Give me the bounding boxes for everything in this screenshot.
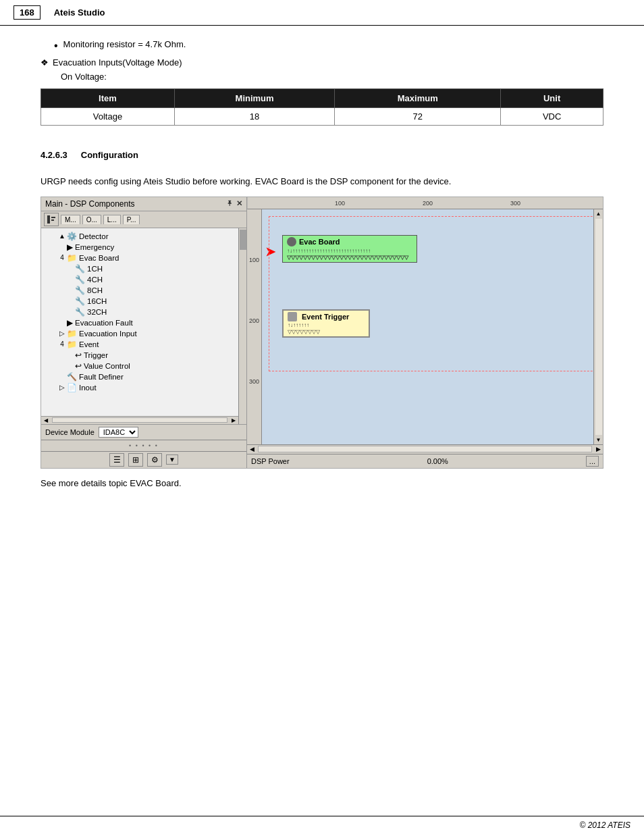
scroll-track-v xyxy=(595,219,602,435)
tree-label-8ch: 8CH xyxy=(87,286,103,294)
toolbar-icon-1[interactable] xyxy=(44,213,59,226)
icon-1ch: 🔧 xyxy=(75,264,85,273)
tree-item-trigger[interactable]: ↩ Trigger xyxy=(65,350,245,361)
dsp-power-button[interactable]: ... xyxy=(586,456,599,467)
icon-16ch: 🔧 xyxy=(75,296,85,306)
cell-maximum: 72 xyxy=(335,108,501,126)
panel-toolbar: M... O... L... P... xyxy=(41,211,246,228)
page-number: 168 xyxy=(14,5,41,20)
col-header-item: Item xyxy=(41,89,175,108)
tree-label-trigger: Trigger xyxy=(84,351,108,359)
tree-item-16ch[interactable]: 🔧 16CH xyxy=(65,296,245,307)
evac-input-icon: 📁 xyxy=(67,329,77,338)
icon-4ch: 🔧 xyxy=(75,275,85,284)
config-paragraph: URGP needs config using Ateis Studio bef… xyxy=(41,175,603,188)
icon-list[interactable]: ☰ xyxy=(109,453,124,467)
evac-board-label: Evac Board xyxy=(299,238,340,246)
col-header-unit: Unit xyxy=(501,89,603,108)
tree-label-evac-input: Evacuation Input xyxy=(79,330,137,338)
bullet-dot: • xyxy=(54,39,58,52)
inout-icon: 📄 xyxy=(67,383,77,392)
event-trigger-label: Event Trigger xyxy=(302,313,349,321)
event-icon: 📁 xyxy=(67,340,77,349)
scroll-left-arrow[interactable]: ◀ xyxy=(41,417,51,423)
red-arrow: ➤ xyxy=(265,244,275,259)
dots-indicator: • • • • • xyxy=(129,442,159,449)
svg-rect-2 xyxy=(51,219,54,221)
scroll-down-arrow[interactable]: ▼ xyxy=(595,436,603,444)
tree-label-event: Event xyxy=(79,340,99,348)
scrollbar-thumb xyxy=(240,230,246,250)
tab-p[interactable]: P... xyxy=(123,215,140,224)
tree-scrollbar-h[interactable]: ◀ ▶ xyxy=(41,416,238,424)
tree-label-emergency: Emergency xyxy=(75,243,114,251)
bottom-icon-bar: ☰ ⊞ ⚙ ▼ xyxy=(41,451,246,468)
scroll-right-arrow[interactable]: ▶ xyxy=(229,417,238,423)
icon-dropdown[interactable]: ▼ xyxy=(166,454,178,465)
tree-scrollbar-v[interactable] xyxy=(238,228,246,424)
svg-rect-0 xyxy=(47,215,50,224)
see-more-label: See more details topic EVAC Board. xyxy=(41,477,603,490)
canvas-drawing[interactable]: ➤ Evac Board ↑↓↑↑↑↑↑↑↑↑↑↑↑↑↑↑↑↑↑↑↑↑↑↑↑↑↑… xyxy=(262,209,593,444)
tab-l[interactable]: L... xyxy=(103,215,121,224)
evac-board-component[interactable]: Evac Board ↑↓↑↑↑↑↑↑↑↑↑↑↑↑↑↑↑↑↑↑↑↑↑↑↑↑↑↑↑… xyxy=(282,235,417,263)
device-module-select[interactable]: IDA8C xyxy=(99,427,138,438)
event-trigger-icon xyxy=(288,312,297,321)
col-header-maximum: Maximum xyxy=(335,89,501,108)
tree-label-value-control: Value Control xyxy=(84,362,130,370)
scroll-right-canvas[interactable]: ▶ xyxy=(593,444,603,454)
v-ruler-200: 200 xyxy=(249,317,259,324)
tree-item-evac-board[interactable]: 4 📁 Evac Board xyxy=(57,253,245,263)
tree-item-32ch[interactable]: 🔧 32CH xyxy=(65,307,245,317)
tree-item-evac-input[interactable]: ▷ 📁 Evacuation Input xyxy=(57,328,245,339)
scroll-left-canvas[interactable]: ◀ xyxy=(247,444,257,454)
evac-board-icon: 📁 xyxy=(67,253,77,263)
event-trigger-component[interactable]: Event Trigger ↑↓↑↑↑↑↑↑ ▽▽▽▽▽▽▽▽ xyxy=(282,309,370,338)
pin-icon[interactable]: 🖈 xyxy=(226,199,234,208)
right-scrollbar[interactable]: ▲ ▼ xyxy=(593,209,603,444)
emergency-icon: ▶ xyxy=(67,242,73,252)
tree-item-8ch[interactable]: 🔧 8CH xyxy=(65,285,245,296)
header-title: Ateis Studio xyxy=(54,7,105,18)
evac-board-circle-icon xyxy=(287,237,296,246)
panel-title: Main - DSP Components xyxy=(45,199,135,209)
diamond-item-1: ❖ Evacuation Inputs(Voltage Mode) xyxy=(41,57,603,68)
voltage-table: Item Minimum Maximum Unit Voltage 18 72 … xyxy=(41,88,603,126)
event-trigger-pins-bot: ▽▽▽▽▽▽▽▽ xyxy=(288,329,365,335)
tree-item-fault-definer[interactable]: 🔨 Fault Definer xyxy=(57,371,245,382)
tree-item-value-control[interactable]: ↩ Value Control xyxy=(65,361,245,371)
tree-item-inout[interactable]: ▷ 📄 Inout xyxy=(57,382,245,393)
tree-item-emergency[interactable]: ▶ Emergency xyxy=(57,242,245,253)
close-icon[interactable]: ✕ xyxy=(236,199,242,208)
tree-item-evac-fault[interactable]: ▶ Evacuation Fault xyxy=(57,317,245,328)
tree-label-evac-fault: Evacuation Fault xyxy=(75,319,133,327)
page-footer: © 2012 ATEIS xyxy=(0,816,644,834)
tree-label-1ch: 1CH xyxy=(87,265,103,273)
tree-item-1ch[interactable]: 🔧 1CH xyxy=(65,263,245,274)
fault-definer-icon: 🔨 xyxy=(67,372,77,382)
event-trigger-pins: ↑↓↑↑↑↑↑↑ xyxy=(288,322,365,328)
on-voltage-label: On Voltage: xyxy=(61,72,603,82)
tab-m[interactable]: M... xyxy=(61,215,80,224)
h-scroll-track xyxy=(52,417,227,423)
section-title: Configuration xyxy=(81,150,138,160)
ruler-100: 100 xyxy=(335,200,345,207)
diamond-text-1: Evacuation Inputs(Voltage Mode) xyxy=(53,57,182,68)
expand-emergency xyxy=(59,243,65,251)
footer-copyright: © 2012 ATEIS xyxy=(579,820,630,830)
v-ruler-100: 100 xyxy=(249,257,259,263)
tree-item-detector[interactable]: ▲ ⚙️ Detector xyxy=(57,231,245,242)
dsp-right-panel: 100 200 300 100 200 300 xyxy=(247,197,603,468)
trigger-icon: ↩ xyxy=(75,350,82,360)
tree-item-event[interactable]: 4 📁 Event xyxy=(57,339,245,350)
icon-grid[interactable]: ⊞ xyxy=(128,453,143,467)
page-header: 168 Ateis Studio xyxy=(0,0,644,26)
col-header-minimum: Minimum xyxy=(174,89,334,108)
icon-32ch: 🔧 xyxy=(75,307,85,317)
top-ruler: 100 200 300 xyxy=(247,197,603,209)
evac-board-pins-bottom: ▽▽▽▽▽▽▽▽▽▽▽▽▽▽▽▽▽▽▽▽▽▽▽▽▽▽▽▽▽▽ xyxy=(287,255,412,261)
scroll-up-arrow[interactable]: ▲ xyxy=(595,209,603,218)
tree-item-4ch[interactable]: 🔧 4CH xyxy=(65,274,245,285)
tab-o[interactable]: O... xyxy=(82,215,101,224)
icon-settings[interactable]: ⚙ xyxy=(147,453,162,467)
